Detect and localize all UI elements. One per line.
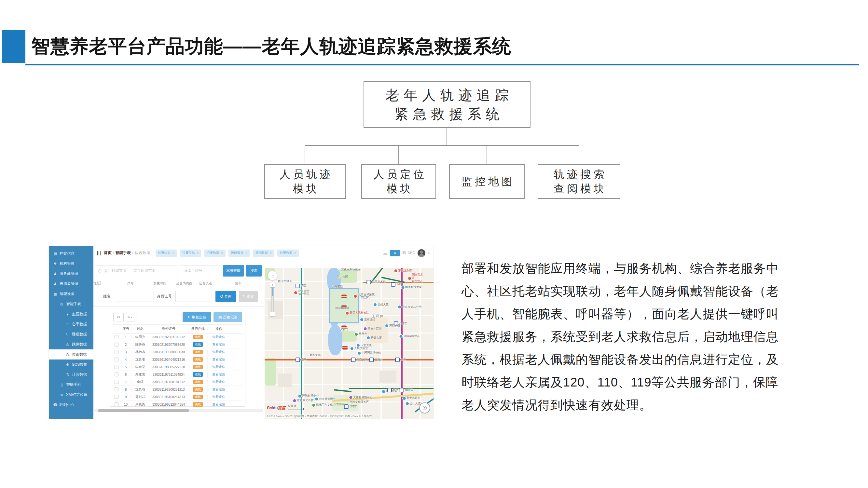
- zoom-out-button[interactable]: −: [270, 312, 275, 317]
- view-tab[interactable]: 睡眠数据 ×: [228, 250, 250, 257]
- map-poi-label: 琉璃厂古文化街: [316, 403, 336, 407]
- baidu-logo: Baidu百度: [267, 405, 285, 411]
- map-poi-label: 人民大会堂: [354, 347, 368, 350]
- view-location-link[interactable]: 查看定位: [212, 335, 225, 339]
- metro-line-1: [265, 359, 434, 360]
- view-location-link[interactable]: 查看定位: [212, 358, 225, 361]
- map-poi-label: 鑫海科技大厦: [405, 286, 422, 289]
- row-checkbox[interactable]: [115, 372, 119, 377]
- search-button[interactable]: 搜索: [246, 265, 262, 276]
- map-scale: 500 米: [288, 404, 304, 410]
- notification-button[interactable]: ✉: [390, 250, 400, 256]
- row-checkbox[interactable]: [115, 365, 119, 369]
- sidebar-item[interactable]: ◷ 智能手表: [49, 299, 93, 309]
- sidebar-item[interactable]: ❖ 机构管理: [49, 259, 93, 269]
- refresh-button[interactable]: ↻: [113, 313, 124, 321]
- view-tab[interactable]: 心率数据 ×: [204, 250, 225, 257]
- sidebar-item[interactable]: ☾ 睡眠数据: [49, 329, 93, 339]
- row-checkbox[interactable]: [115, 343, 119, 347]
- view-tab-label: 位置信息: [158, 251, 170, 255]
- view-tab[interactable]: 跌倒数据 ×: [253, 250, 274, 257]
- sidebar-item[interactable]: ♟ 服务商管理: [49, 269, 93, 279]
- breadcrumb-home[interactable]: 首页: [104, 251, 112, 255]
- map-poi: 王府井: [369, 358, 383, 362]
- search-icon: Q: [220, 294, 223, 298]
- sidebar-item-icon: ♟: [53, 282, 57, 286]
- date-to-placeholder: 发生时间范围: [134, 268, 155, 273]
- close-tab-icon[interactable]: ×: [173, 251, 175, 255]
- traffic-phone-button[interactable]: ✆: [419, 402, 430, 414]
- view-location-link[interactable]: 查看定位: [212, 380, 225, 384]
- view-location-link[interactable]: 查看定位: [212, 350, 225, 354]
- map-zoom-control[interactable]: + −: [270, 283, 275, 317]
- table-row: 10 周晓炎 330302196812044354 离线 查看定位: [113, 401, 243, 408]
- sidebar-item[interactable]: ▤ 档案信息: [49, 249, 93, 259]
- map-poi-label: 西什库31号: [278, 280, 292, 283]
- sidebar-item[interactable]: ▦ 智能设备: [49, 289, 93, 299]
- sidebar-item[interactable]: ▯ 智能手机: [49, 380, 93, 390]
- view-tab[interactable]: 位置数据 ×: [277, 250, 299, 257]
- date-range-input[interactable]: ◴ 发生时间范围 - 发生时间范围: [95, 265, 177, 276]
- sidebar-item[interactable]: ⇅ 计步数据: [49, 369, 93, 380]
- row-checkbox[interactable]: [115, 395, 119, 399]
- status-badge: 离线: [193, 402, 203, 407]
- sidebar-item[interactable]: ⚠ 跌倒数据: [49, 339, 93, 349]
- view-location-link[interactable]: 查看定位: [212, 372, 225, 376]
- refresh-location-button[interactable]: ↻刷新定位: [183, 312, 211, 322]
- advanced-search-button[interactable]: 高级查询: [223, 265, 244, 276]
- row-checkbox[interactable]: [115, 380, 119, 384]
- close-tab-icon[interactable]: ×: [245, 251, 247, 255]
- table-header-cell: 是否在线: [188, 327, 208, 331]
- horizontal-scrollbar[interactable]: [94, 409, 263, 412]
- sidebar-item[interactable]: ◎ 位置数据: [49, 349, 93, 359]
- sidebar-item[interactable]: ♥ 血压数据: [49, 309, 93, 319]
- view-location-link[interactable]: 查看定位: [212, 395, 225, 398]
- row-checkbox[interactable]: [115, 350, 119, 354]
- scrollbar-thumb[interactable]: [98, 409, 189, 412]
- map-poi-label: 庄胜崇光百货: [297, 399, 314, 402]
- history-icon: ▤: [218, 315, 222, 320]
- row-checkbox[interactable]: [115, 335, 119, 339]
- map-panel[interactable]: 嵩祝寺及智珠寺 东城区政府 景山公园 西什库31号: [265, 268, 434, 419]
- close-tab-icon[interactable]: ×: [197, 251, 199, 255]
- avatar[interactable]: [417, 249, 425, 257]
- map-poi-label: 景山公园: [337, 275, 348, 279]
- sidebar-item[interactable]: ⊕ XMAT定位器: [49, 390, 93, 400]
- sidebar-item[interactable]: ♡ 心率数据: [49, 319, 93, 329]
- row-checkbox[interactable]: [115, 402, 119, 406]
- sidebar-item[interactable]: ⊗ SOS数据: [49, 359, 93, 369]
- sidebar-item[interactable]: ♟ 志愿者管理: [49, 279, 93, 289]
- close-tab-icon[interactable]: ×: [294, 251, 296, 255]
- map-poi: 普度寺: [355, 332, 367, 336]
- table-row: 2 陈美香 330302193707083620 在线 查看定位: [113, 341, 243, 349]
- org-root-line2: 紧急救援系统: [395, 105, 504, 124]
- zoom-slider[interactable]: [272, 288, 274, 312]
- view-location-link[interactable]: 查看定位: [212, 402, 225, 406]
- view-tab[interactable]: 位置信息 ×: [180, 250, 202, 257]
- id-number-input[interactable]: [176, 291, 211, 302]
- reset-button[interactable]: ↻重置: [239, 291, 258, 302]
- query-button[interactable]: Q查询: [215, 291, 236, 302]
- row-name: 陈美香: [132, 342, 149, 347]
- breadcrumb-module[interactable]: 智能手表: [115, 251, 131, 255]
- map-poi: 北京市第二中学: [398, 305, 422, 309]
- menu-toggle-icon[interactable]: [97, 251, 100, 255]
- sidebar-item[interactable]: ☎ 呼叫中心: [49, 400, 93, 410]
- view-location-link[interactable]: 查看定位: [212, 365, 225, 368]
- close-tab-icon[interactable]: ×: [270, 251, 272, 255]
- name-input[interactable]: [117, 291, 154, 302]
- history-button[interactable]: ▤历史记录: [214, 312, 242, 322]
- zoom-in-button[interactable]: +: [270, 283, 275, 288]
- map-pan-control[interactable]: [268, 271, 277, 281]
- row-checkbox[interactable]: [115, 358, 119, 361]
- device-phone-input[interactable]: 设备手机号: [181, 265, 220, 276]
- columns-filter-button[interactable]: ≡▾: [123, 313, 136, 321]
- chevron-down-icon[interactable]: ▾: [428, 252, 430, 255]
- close-tab-icon[interactable]: ×: [221, 251, 223, 255]
- row-checkbox[interactable]: [115, 388, 119, 391]
- view-location-link[interactable]: 查看定位: [212, 343, 225, 346]
- view-location-link[interactable]: 查看定位: [212, 388, 225, 391]
- map-poi: 磁器口: [400, 388, 414, 392]
- map-poi-label: 西四: [301, 284, 307, 288]
- view-tab[interactable]: 位置信息 ×: [156, 250, 177, 257]
